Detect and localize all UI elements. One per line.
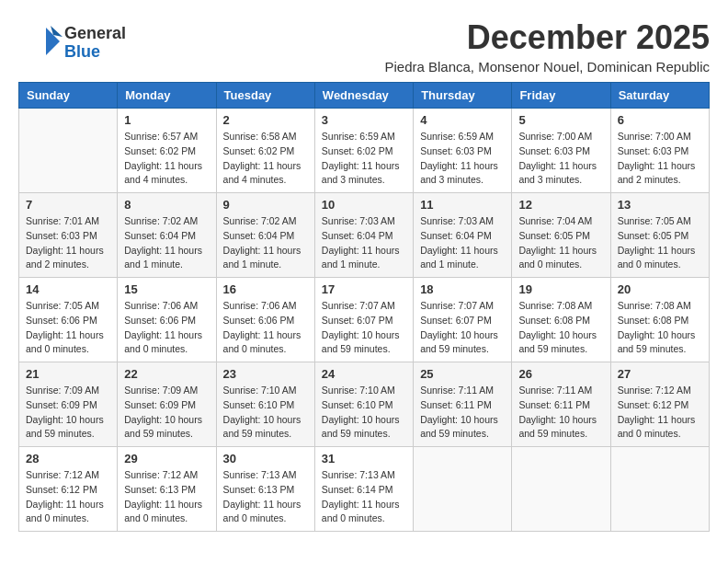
calendar-header-row: SundayMondayTuesdayWednesdayThursdayFrid… bbox=[19, 83, 710, 109]
day-info: Sunrise: 7:13 AMSunset: 6:14 PMDaylight:… bbox=[322, 468, 406, 526]
day-info: Sunrise: 7:05 AMSunset: 6:06 PMDaylight:… bbox=[26, 299, 110, 357]
calendar-week-3: 14Sunrise: 7:05 AMSunset: 6:06 PMDayligh… bbox=[19, 278, 710, 362]
day-number: 14 bbox=[26, 282, 110, 296]
calendar-cell: 13Sunrise: 7:05 AMSunset: 6:05 PMDayligh… bbox=[610, 193, 709, 278]
day-info: Sunrise: 6:59 AMSunset: 6:03 PMDaylight:… bbox=[420, 130, 505, 188]
day-number: 5 bbox=[518, 113, 603, 127]
calendar-cell: 27Sunrise: 7:12 AMSunset: 6:12 PMDayligh… bbox=[610, 362, 709, 447]
calendar-cell: 19Sunrise: 7:08 AMSunset: 6:08 PMDayligh… bbox=[512, 278, 610, 362]
day-number: 7 bbox=[26, 198, 110, 212]
calendar-cell bbox=[512, 447, 610, 532]
calendar-cell: 28Sunrise: 7:12 AMSunset: 6:12 PMDayligh… bbox=[19, 447, 118, 532]
day-number: 10 bbox=[322, 198, 406, 212]
calendar-cell: 11Sunrise: 7:03 AMSunset: 6:04 PMDayligh… bbox=[414, 193, 512, 278]
day-info: Sunrise: 7:07 AMSunset: 6:07 PMDaylight:… bbox=[420, 299, 505, 357]
calendar-cell: 8Sunrise: 7:02 AMSunset: 6:04 PMDaylight… bbox=[118, 193, 216, 278]
day-number: 3 bbox=[322, 113, 406, 127]
day-number: 20 bbox=[618, 282, 702, 296]
day-info: Sunrise: 7:09 AMSunset: 6:09 PMDaylight:… bbox=[26, 384, 110, 442]
day-number: 9 bbox=[223, 198, 308, 212]
day-info: Sunrise: 6:57 AMSunset: 6:02 PMDaylight:… bbox=[124, 130, 209, 188]
location-subtitle: Piedra Blanca, Monsenor Nouel, Dominican… bbox=[384, 59, 710, 75]
day-info: Sunrise: 7:08 AMSunset: 6:08 PMDaylight:… bbox=[518, 299, 603, 357]
day-number: 22 bbox=[124, 367, 209, 381]
calendar-cell: 12Sunrise: 7:04 AMSunset: 6:05 PMDayligh… bbox=[512, 193, 610, 278]
month-title: December 2025 bbox=[384, 18, 710, 57]
day-info: Sunrise: 7:04 AMSunset: 6:05 PMDaylight:… bbox=[518, 214, 603, 272]
calendar-cell: 1Sunrise: 6:57 AMSunset: 6:02 PMDaylight… bbox=[118, 109, 216, 193]
day-info: Sunrise: 7:02 AMSunset: 6:04 PMDaylight:… bbox=[223, 214, 308, 272]
calendar-cell: 6Sunrise: 7:00 AMSunset: 6:03 PMDaylight… bbox=[610, 109, 709, 193]
calendar-week-4: 21Sunrise: 7:09 AMSunset: 6:09 PMDayligh… bbox=[19, 362, 710, 447]
day-number: 11 bbox=[420, 198, 505, 212]
calendar-cell bbox=[414, 447, 512, 532]
day-info: Sunrise: 7:13 AMSunset: 6:13 PMDaylight:… bbox=[223, 468, 308, 526]
page-header: General Blue December 2025 Piedra Blanca… bbox=[18, 18, 710, 75]
calendar-cell: 23Sunrise: 7:10 AMSunset: 6:10 PMDayligh… bbox=[216, 362, 314, 447]
day-info: Sunrise: 7:11 AMSunset: 6:11 PMDaylight:… bbox=[518, 384, 603, 442]
day-number: 24 bbox=[322, 367, 406, 381]
calendar-cell: 4Sunrise: 6:59 AMSunset: 6:03 PMDaylight… bbox=[414, 109, 512, 193]
header-sunday: Sunday bbox=[19, 83, 118, 109]
calendar-cell: 30Sunrise: 7:13 AMSunset: 6:13 PMDayligh… bbox=[216, 447, 314, 532]
day-number: 16 bbox=[223, 282, 308, 296]
logo-general-text: General bbox=[64, 25, 126, 43]
calendar-cell: 16Sunrise: 7:06 AMSunset: 6:06 PMDayligh… bbox=[216, 278, 314, 362]
day-info: Sunrise: 6:58 AMSunset: 6:02 PMDaylight:… bbox=[223, 130, 308, 188]
calendar-cell: 5Sunrise: 7:00 AMSunset: 6:03 PMDaylight… bbox=[512, 109, 610, 193]
calendar-table: SundayMondayTuesdayWednesdayThursdayFrid… bbox=[18, 82, 710, 532]
logo-icon bbox=[18, 18, 64, 64]
day-info: Sunrise: 7:12 AMSunset: 6:12 PMDaylight:… bbox=[26, 468, 110, 526]
header-wednesday: Wednesday bbox=[314, 83, 413, 109]
calendar-cell: 25Sunrise: 7:11 AMSunset: 6:11 PMDayligh… bbox=[414, 362, 512, 447]
day-number: 23 bbox=[223, 367, 308, 381]
day-number: 2 bbox=[223, 113, 308, 127]
day-info: Sunrise: 7:12 AMSunset: 6:13 PMDaylight:… bbox=[124, 468, 209, 526]
calendar-cell: 9Sunrise: 7:02 AMSunset: 6:04 PMDaylight… bbox=[216, 193, 314, 278]
day-number: 18 bbox=[420, 282, 505, 296]
day-number: 13 bbox=[618, 198, 702, 212]
calendar-cell: 2Sunrise: 6:58 AMSunset: 6:02 PMDaylight… bbox=[216, 109, 314, 193]
calendar-cell: 7Sunrise: 7:01 AMSunset: 6:03 PMDaylight… bbox=[19, 193, 118, 278]
day-info: Sunrise: 7:03 AMSunset: 6:04 PMDaylight:… bbox=[420, 214, 505, 272]
title-block: December 2025 Piedra Blanca, Monsenor No… bbox=[384, 18, 710, 75]
day-info: Sunrise: 7:00 AMSunset: 6:03 PMDaylight:… bbox=[618, 130, 702, 188]
calendar-cell: 26Sunrise: 7:11 AMSunset: 6:11 PMDayligh… bbox=[512, 362, 610, 447]
calendar-cell: 22Sunrise: 7:09 AMSunset: 6:09 PMDayligh… bbox=[118, 362, 216, 447]
calendar-cell bbox=[610, 447, 709, 532]
calendar-cell: 24Sunrise: 7:10 AMSunset: 6:10 PMDayligh… bbox=[314, 362, 413, 447]
day-info: Sunrise: 7:07 AMSunset: 6:07 PMDaylight:… bbox=[322, 299, 406, 357]
calendar-cell: 18Sunrise: 7:07 AMSunset: 6:07 PMDayligh… bbox=[414, 278, 512, 362]
day-info: Sunrise: 7:03 AMSunset: 6:04 PMDaylight:… bbox=[322, 214, 406, 272]
calendar-cell: 15Sunrise: 7:06 AMSunset: 6:06 PMDayligh… bbox=[118, 278, 216, 362]
day-info: Sunrise: 7:00 AMSunset: 6:03 PMDaylight:… bbox=[518, 130, 603, 188]
calendar-cell: 17Sunrise: 7:07 AMSunset: 6:07 PMDayligh… bbox=[314, 278, 413, 362]
calendar-cell: 14Sunrise: 7:05 AMSunset: 6:06 PMDayligh… bbox=[19, 278, 118, 362]
header-monday: Monday bbox=[118, 83, 216, 109]
day-info: Sunrise: 7:06 AMSunset: 6:06 PMDaylight:… bbox=[223, 299, 308, 357]
day-info: Sunrise: 7:09 AMSunset: 6:09 PMDaylight:… bbox=[124, 384, 209, 442]
day-info: Sunrise: 7:10 AMSunset: 6:10 PMDaylight:… bbox=[223, 384, 308, 442]
day-number: 27 bbox=[618, 367, 702, 381]
calendar-cell: 10Sunrise: 7:03 AMSunset: 6:04 PMDayligh… bbox=[314, 193, 413, 278]
calendar-cell: 20Sunrise: 7:08 AMSunset: 6:08 PMDayligh… bbox=[610, 278, 709, 362]
day-info: Sunrise: 7:01 AMSunset: 6:03 PMDaylight:… bbox=[26, 214, 110, 272]
day-info: Sunrise: 7:08 AMSunset: 6:08 PMDaylight:… bbox=[618, 299, 702, 357]
day-number: 25 bbox=[420, 367, 505, 381]
calendar-week-2: 7Sunrise: 7:01 AMSunset: 6:03 PMDaylight… bbox=[19, 193, 710, 278]
calendar-cell: 31Sunrise: 7:13 AMSunset: 6:14 PMDayligh… bbox=[314, 447, 413, 532]
logo: General Blue bbox=[18, 18, 126, 68]
calendar-cell: 21Sunrise: 7:09 AMSunset: 6:09 PMDayligh… bbox=[19, 362, 118, 447]
day-number: 30 bbox=[223, 452, 308, 465]
day-number: 17 bbox=[322, 282, 406, 296]
header-friday: Friday bbox=[512, 83, 610, 109]
header-thursday: Thursday bbox=[414, 83, 512, 109]
day-info: Sunrise: 6:59 AMSunset: 6:02 PMDaylight:… bbox=[322, 130, 406, 188]
day-number: 29 bbox=[124, 452, 209, 465]
calendar-week-5: 28Sunrise: 7:12 AMSunset: 6:12 PMDayligh… bbox=[19, 447, 710, 532]
day-number: 1 bbox=[124, 113, 209, 127]
calendar-cell bbox=[19, 109, 118, 193]
day-number: 4 bbox=[420, 113, 505, 127]
day-number: 12 bbox=[518, 198, 603, 212]
logo-blue-text: Blue bbox=[64, 43, 126, 62]
